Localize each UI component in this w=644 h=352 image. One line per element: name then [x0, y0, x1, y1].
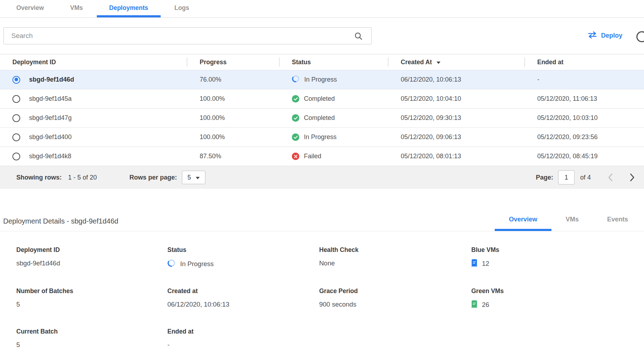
- field-label: Grace Period: [319, 287, 471, 295]
- refresh-icon[interactable]: [635, 30, 644, 45]
- page-total: of 4: [580, 174, 591, 181]
- rows-per-page-select[interactable]: 5: [182, 171, 205, 184]
- deployment-id: sbgd-9ef1d47g: [29, 114, 72, 122]
- previous-page-icon[interactable]: [608, 173, 613, 182]
- deploy-button[interactable]: Deploy: [588, 31, 622, 40]
- created-at-value: 05/12/2020, 09:30:13: [388, 114, 524, 122]
- field-value: In Progress: [180, 260, 214, 268]
- field-ended-at: Ended at -: [167, 328, 319, 349]
- table-row[interactable]: sbgd-9ef1d45a 100.00% Completed 05/12/20…: [0, 89, 644, 109]
- created-at-value: 05/12/2020, 10:04:10: [388, 95, 524, 103]
- field-label: Ended at: [167, 328, 319, 335]
- field-value: None: [319, 259, 471, 268]
- row-radio[interactable]: [12, 133, 20, 141]
- progress-value: 100.00%: [187, 114, 279, 122]
- field-current-batch: Current Batch 5: [16, 328, 167, 349]
- vm-blue-icon: [471, 259, 477, 268]
- chevron-down-icon: [195, 174, 200, 181]
- row-radio[interactable]: [12, 114, 20, 122]
- status-text: Completed: [304, 95, 335, 103]
- deployment-id: sbgd-9ef1d4k8: [29, 153, 71, 160]
- field-health-check: Health Check None: [319, 246, 471, 269]
- page-number-input[interactable]: [558, 170, 574, 185]
- field-value: 26: [482, 301, 489, 309]
- details-title: Deployment Details - sbgd-9ef1d46d: [3, 217, 495, 231]
- deployments-table: Deployment ID Progress Status Created At…: [0, 54, 644, 189]
- tab-deployments[interactable]: Deployments: [97, 0, 161, 17]
- row-radio[interactable]: [12, 95, 20, 103]
- field-label: Health Check: [319, 246, 471, 254]
- tab-overview[interactable]: Overview: [4, 0, 56, 17]
- x-circle-icon: [292, 153, 299, 160]
- col-header-ended-at: Ended at: [524, 54, 644, 70]
- created-at-value: 06/12/2020, 10:06:13: [388, 76, 524, 83]
- field-value: 5: [16, 341, 167, 349]
- field-label: Deployment ID: [16, 246, 167, 254]
- sort-desc-icon: [436, 59, 441, 66]
- field-blue-vms: Blue VMs 12: [471, 246, 644, 269]
- table-pagination-bar: Showing rows: 1 - 5 of 20 Rows per page:…: [0, 166, 644, 189]
- field-created-at: Created at 06/12/2020, 10:06:13: [167, 287, 319, 309]
- ended-at-value: 05/12/2020, 08:45:19: [524, 153, 644, 160]
- check-circle-icon: [292, 114, 299, 122]
- field-value: 900 seconds: [319, 300, 471, 309]
- field-deployment-id: Deployment ID sbgd-9ef1d46d: [16, 246, 167, 269]
- field-value: 12: [482, 260, 489, 268]
- field-label: Blue VMs: [471, 246, 644, 254]
- details-tab-events[interactable]: Events: [593, 216, 642, 231]
- details-tab-bar: Overview VMs Events: [495, 216, 642, 231]
- details-header: Deployment Details - sbgd-9ef1d46d Overv…: [0, 216, 644, 231]
- progress-value: 76.00%: [187, 76, 279, 83]
- created-at-value: 05/12/2020, 08:01:13: [388, 153, 524, 160]
- col-header-progress: Progress: [187, 54, 279, 70]
- deployment-id: sbgd-9ef1d400: [29, 133, 72, 141]
- field-label: Status: [167, 246, 319, 254]
- progress-value: 87.50%: [187, 153, 279, 160]
- search-icon: [354, 32, 363, 42]
- table-header-row: Deployment ID Progress Status Created At…: [0, 54, 644, 70]
- details-tab-vms[interactable]: VMs: [551, 216, 593, 231]
- ended-at-value: 05/12/2020, 09:23:56: [524, 133, 644, 141]
- toolbar: Deploy: [0, 27, 644, 44]
- field-label: Number of Batches: [16, 287, 167, 295]
- tab-vms[interactable]: VMs: [58, 0, 95, 17]
- vm-green-icon: [471, 300, 477, 309]
- table-row[interactable]: sbgd-9ef1d400 100.00% In Progress 05/12/…: [0, 128, 644, 147]
- status-text: Completed: [304, 114, 335, 122]
- field-status: Status In Progress: [167, 246, 319, 269]
- search-input[interactable]: [4, 28, 371, 44]
- table-row[interactable]: sbgd-9ef1d4k8 87.50% Failed 05/12/2020, …: [0, 147, 644, 166]
- spinner-icon: [167, 259, 176, 269]
- row-radio[interactable]: [12, 76, 20, 84]
- deployment-id: sbgd-9ef1d45a: [29, 95, 72, 103]
- field-number-of-batches: Number of Batches 5: [16, 287, 167, 309]
- col-header-deployment-id: Deployment ID: [0, 54, 187, 70]
- next-page-icon[interactable]: [630, 173, 635, 182]
- field-label: Current Batch: [16, 328, 167, 335]
- status-text: In Progress: [304, 133, 337, 141]
- field-grace-period: Grace Period 900 seconds: [319, 287, 471, 309]
- col-header-created-at[interactable]: Created At: [388, 54, 524, 70]
- ended-at-value: 05/12/2020, 11:06:13: [524, 95, 644, 103]
- row-radio[interactable]: [12, 153, 20, 160]
- showing-rows-value: 1 - 5 of 20: [68, 174, 97, 181]
- tab-logs[interactable]: Logs: [162, 0, 202, 17]
- field-label: Created at: [167, 287, 319, 295]
- ended-at-value: -: [524, 76, 644, 83]
- field-green-vms: Green VMs 26: [471, 287, 644, 309]
- check-circle-icon: [292, 95, 299, 103]
- created-at-value: 05/12/2020, 09:06:13: [388, 133, 524, 141]
- field-value: 5: [16, 300, 167, 309]
- table-row[interactable]: sbgd-9ef1d47g 100.00% Completed 05/12/20…: [0, 109, 644, 128]
- ended-at-value: 05/12/2020, 10:03:10: [524, 114, 644, 122]
- status-text: Failed: [304, 153, 321, 160]
- col-header-status: Status: [279, 54, 388, 70]
- showing-rows-label: Showing rows:: [16, 174, 62, 181]
- details-grid: Deployment ID sbgd-9ef1d46d Status In Pr…: [0, 246, 644, 349]
- details-tab-overview[interactable]: Overview: [495, 216, 551, 231]
- progress-value: 100.00%: [187, 95, 279, 103]
- field-value: sbgd-9ef1d46d: [16, 259, 167, 268]
- rows-per-page-label: Rows per page:: [129, 174, 177, 181]
- table-row[interactable]: sbgd-9ef1d46d 76.00% In Progress 06/12/2…: [0, 70, 644, 89]
- rows-per-page-value: 5: [188, 174, 191, 181]
